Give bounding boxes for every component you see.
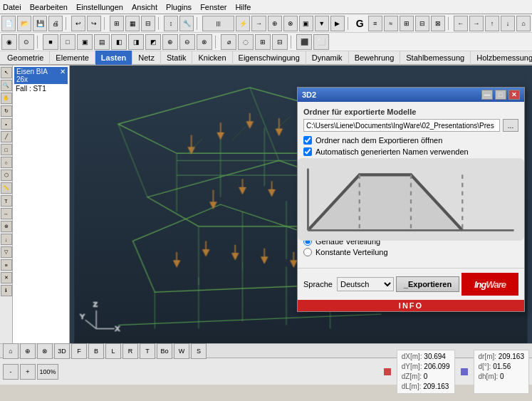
tool-load[interactable]: ↓ (1, 234, 12, 245)
tool-dim[interactable]: ↔ (1, 208, 12, 219)
tb2-3[interactable]: ■ (43, 34, 58, 50)
tool-rotate[interactable]: ↻ (1, 105, 12, 117)
tb2-7[interactable]: ◧ (111, 34, 127, 50)
save-btn[interactable]: 💾 (33, 16, 47, 31)
nav-left[interactable]: L (105, 343, 121, 359)
tb6[interactable]: ↕ (164, 16, 178, 31)
nav-right[interactable]: R (122, 343, 138, 359)
nav-3d[interactable]: 3D (54, 343, 70, 359)
tool-support[interactable]: ▽ (1, 246, 12, 258)
nav-front[interactable]: F (71, 343, 87, 359)
tb7[interactable]: 🔧 (179, 16, 194, 31)
tb16[interactable]: ≡ (368, 16, 382, 31)
tb25[interactable]: ⌂ (516, 16, 531, 31)
tb11[interactable]: ⊕ (268, 16, 282, 31)
tb17[interactable]: ≈ (384, 16, 398, 31)
nav-zoom-sel[interactable]: ⊗ (37, 343, 53, 359)
tb15[interactable]: ▶ (330, 16, 345, 31)
nav-wire[interactable]: W (174, 343, 189, 359)
menu-bearbeiten[interactable]: Bearbeiten (30, 3, 68, 11)
tool-line[interactable]: ╱ (1, 131, 12, 142)
tb20[interactable]: ⊠ (431, 16, 445, 31)
tb2-9[interactable]: ◩ (145, 34, 161, 50)
tb19[interactable]: ⊟ (415, 16, 429, 31)
tb14[interactable]: ▼ (315, 16, 329, 31)
tab-bewehrung[interactable]: Bewehrung (349, 51, 401, 65)
tb23[interactable]: ↑ (485, 16, 499, 31)
tb8[interactable]: ||| (202, 16, 234, 31)
tool-measure[interactable]: 📏 (1, 182, 12, 194)
tb2-15[interactable]: ⊞ (255, 34, 271, 50)
tb24[interactable]: ↓ (501, 16, 515, 31)
tb2-6[interactable]: ▤ (94, 34, 110, 50)
print-btn[interactable]: 🖨 (48, 16, 63, 31)
nav-home[interactable]: ⌂ (3, 343, 19, 359)
tool-select[interactable]: ↖ (1, 67, 12, 78)
menu-fenster[interactable]: Fenster (200, 3, 226, 11)
tab-elemente[interactable]: Elemente (50, 51, 95, 65)
tab-netz[interactable]: Netz (132, 51, 161, 65)
tb10[interactable]: → (251, 16, 266, 31)
tb3[interactable]: ⊞ (110, 16, 124, 31)
tab-statik[interactable]: Statik (161, 51, 193, 65)
tool-section[interactable]: ≡ (1, 259, 12, 271)
tool-node[interactable]: • (1, 118, 12, 130)
zoom-percent[interactable]: 100% (37, 364, 58, 380)
nav-top[interactable]: T (140, 343, 155, 359)
tb2-11[interactable]: ⊖ (179, 34, 195, 50)
tb13[interactable]: ▣ (299, 16, 313, 31)
tb18[interactable]: ⊞ (400, 16, 414, 31)
tool-spring[interactable]: ⊕ (1, 221, 12, 232)
undo-btn[interactable]: ↩ (71, 16, 85, 31)
panel-close[interactable]: ✕ (60, 68, 66, 83)
3d-viewport[interactable]: X Z Y 3D2 — □ ✕ Ordner für ex (70, 66, 532, 343)
tool-rect[interactable]: □ (1, 144, 12, 155)
tool-circle[interactable]: ○ (1, 157, 12, 168)
tb2-4[interactable]: □ (60, 34, 75, 50)
tool-text[interactable]: T (1, 195, 12, 207)
tab-holzbemessung[interactable]: Holzbemessung (471, 51, 532, 65)
zoom-out-btn[interactable]: - (3, 364, 19, 380)
tab-geometrie[interactable]: Geometrie (1, 51, 50, 65)
tb2-18[interactable]: ⬜ (313, 34, 329, 50)
nav-solid[interactable]: S (191, 343, 207, 359)
open-btn[interactable]: 📂 (17, 16, 31, 31)
nav-back[interactable]: B (88, 343, 104, 359)
tool-delete[interactable]: ✕ (1, 272, 12, 283)
tab-dynamik[interactable]: Dynamik (306, 51, 349, 65)
tab-lasten[interactable]: Lasten (95, 51, 132, 65)
tb2-12[interactable]: ⊗ (197, 34, 212, 50)
tb4[interactable]: ▦ (125, 16, 140, 31)
menu-plugins[interactable]: Plugins (166, 3, 192, 11)
menu-datei[interactable]: Datei (3, 3, 21, 11)
tab-knicken[interactable]: Knicken (192, 51, 232, 65)
nav-bottom[interactable]: Bo (157, 343, 172, 359)
tab-eigenschwingung[interactable]: Eigenschwingung (233, 51, 306, 65)
tb22[interactable]: → (469, 16, 484, 31)
tb2-17[interactable]: ⬛ (296, 34, 312, 50)
menu-einstellungen[interactable]: Einstellungen (76, 3, 123, 11)
tb2-8[interactable]: ◨ (128, 34, 144, 50)
tb2-16[interactable]: ⊟ (272, 34, 288, 50)
tb5[interactable]: ⊟ (141, 16, 155, 31)
tb21[interactable]: ← (454, 16, 468, 31)
tool-pan[interactable]: ✋ (1, 93, 12, 104)
menu-hilfe[interactable]: Hilfe (235, 3, 251, 11)
tb2-2[interactable]: ⊙ (19, 34, 34, 50)
tb2-5[interactable]: ▣ (77, 34, 93, 50)
new-btn[interactable]: 📄 (1, 16, 16, 31)
tb2-1[interactable]: ◉ (1, 34, 17, 50)
tb2-13[interactable]: ⌀ (221, 34, 236, 50)
menu-ansicht[interactable]: Ansicht (132, 3, 157, 11)
tool-polygon[interactable]: ⬡ (1, 170, 12, 181)
tab-stahlbemessung[interactable]: Stahlbemessung (400, 51, 471, 65)
tool-zoom[interactable]: 🔍 (1, 80, 12, 91)
tb2-14[interactable]: ◌ (238, 34, 254, 50)
zoom-in-btn[interactable]: + (20, 364, 36, 380)
nav-zoom-all[interactable]: ⊕ (20, 343, 36, 359)
tb2-10[interactable]: ⊕ (162, 34, 178, 50)
tb12[interactable]: ⊗ (283, 16, 298, 31)
redo-btn[interactable]: ↪ (87, 16, 101, 31)
tb9[interactable]: ⚡ (236, 16, 250, 31)
tool-info[interactable]: ℹ (1, 285, 12, 296)
